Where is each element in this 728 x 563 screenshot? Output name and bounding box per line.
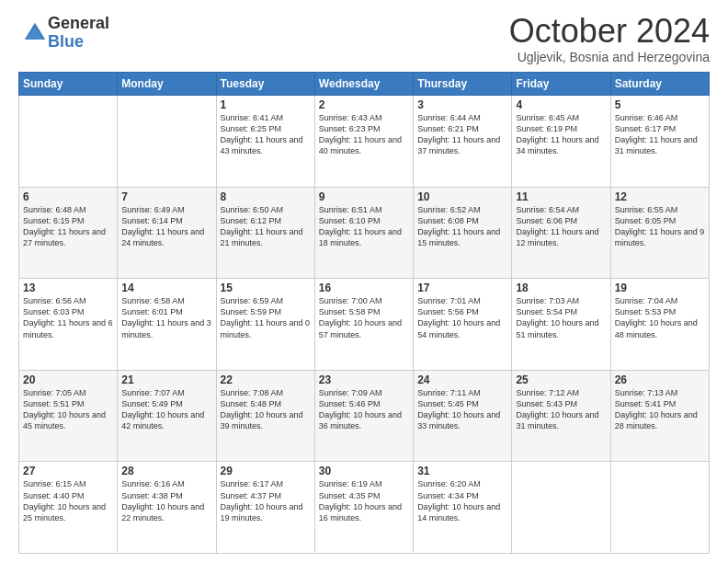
day-number: 26 (615, 373, 705, 386)
calendar-week-row: 1Sunrise: 6:41 AM Sunset: 6:25 PM Daylig… (19, 96, 710, 188)
day-info: Sunrise: 6:59 AM Sunset: 5:59 PM Dayligh… (221, 295, 311, 340)
calendar-cell: 14Sunrise: 6:58 AM Sunset: 6:01 PM Dayli… (118, 279, 216, 371)
calendar-cell: 18Sunrise: 7:03 AM Sunset: 5:54 PM Dayli… (512, 279, 610, 371)
day-info: Sunrise: 6:55 AM Sunset: 6:05 PM Dayligh… (615, 204, 705, 249)
day-info: Sunrise: 7:09 AM Sunset: 5:46 PM Dayligh… (319, 387, 409, 432)
weekday-header: Thursday (414, 73, 512, 96)
calendar-cell: 5Sunrise: 6:46 AM Sunset: 6:17 PM Daylig… (610, 96, 709, 188)
day-info: Sunrise: 7:01 AM Sunset: 5:56 PM Dayligh… (417, 295, 507, 340)
day-number: 12 (615, 190, 705, 203)
calendar-cell: 6Sunrise: 6:48 AM Sunset: 6:15 PM Daylig… (19, 187, 118, 279)
day-info: Sunrise: 6:51 AM Sunset: 6:10 PM Dayligh… (319, 204, 409, 249)
calendar-cell: 22Sunrise: 7:08 AM Sunset: 5:48 PM Dayli… (216, 370, 314, 462)
day-info: Sunrise: 6:56 AM Sunset: 6:03 PM Dayligh… (23, 295, 113, 340)
logo-text: General Blue (48, 15, 109, 52)
day-info: Sunrise: 6:17 AM Sunset: 4:37 PM Dayligh… (221, 478, 311, 523)
calendar-cell: 11Sunrise: 6:54 AM Sunset: 6:06 PM Dayli… (512, 187, 610, 279)
day-number: 11 (516, 190, 606, 203)
calendar-cell: 16Sunrise: 7:00 AM Sunset: 5:58 PM Dayli… (314, 279, 413, 371)
day-info: Sunrise: 7:08 AM Sunset: 5:48 PM Dayligh… (221, 387, 311, 432)
day-number: 20 (23, 373, 113, 386)
day-number: 29 (221, 465, 311, 477)
calendar-week-row: 20Sunrise: 7:05 AM Sunset: 5:51 PM Dayli… (19, 370, 710, 462)
day-number: 8 (221, 190, 311, 203)
calendar-week-row: 6Sunrise: 6:48 AM Sunset: 6:15 PM Daylig… (19, 187, 710, 279)
month-title: October 2024 (509, 15, 710, 48)
day-number: 19 (615, 282, 705, 294)
day-number: 14 (121, 282, 211, 294)
day-number: 17 (417, 282, 507, 294)
header: General Blue October 2024 Ugljevik, Bosn… (18, 15, 710, 64)
calendar-week-row: 13Sunrise: 6:56 AM Sunset: 6:03 PM Dayli… (19, 279, 710, 371)
day-info: Sunrise: 6:41 AM Sunset: 6:25 PM Dayligh… (221, 112, 311, 157)
day-number: 3 (417, 98, 507, 111)
day-info: Sunrise: 6:46 AM Sunset: 6:17 PM Dayligh… (615, 112, 705, 157)
calendar-cell: 17Sunrise: 7:01 AM Sunset: 5:56 PM Dayli… (414, 279, 512, 371)
day-number: 21 (121, 373, 211, 386)
calendar-cell: 25Sunrise: 7:12 AM Sunset: 5:43 PM Dayli… (512, 370, 610, 462)
weekday-header: Tuesday (216, 73, 314, 96)
day-info: Sunrise: 6:45 AM Sunset: 6:19 PM Dayligh… (516, 112, 606, 157)
calendar-week-row: 27Sunrise: 6:15 AM Sunset: 4:40 PM Dayli… (19, 462, 710, 554)
calendar-cell: 29Sunrise: 6:17 AM Sunset: 4:37 PM Dayli… (216, 462, 314, 554)
calendar-cell: 20Sunrise: 7:05 AM Sunset: 5:51 PM Dayli… (19, 370, 118, 462)
day-number: 23 (319, 373, 409, 386)
calendar-cell: 4Sunrise: 6:45 AM Sunset: 6:19 PM Daylig… (512, 96, 610, 188)
day-info: Sunrise: 6:20 AM Sunset: 4:34 PM Dayligh… (417, 478, 507, 523)
logo-icon (22, 20, 48, 46)
location-subtitle: Ugljevik, Bosnia and Herzegovina (509, 50, 710, 64)
weekday-header: Sunday (19, 73, 118, 96)
day-info: Sunrise: 6:43 AM Sunset: 6:23 PM Dayligh… (319, 112, 409, 157)
day-number: 9 (319, 190, 409, 203)
calendar-cell (610, 462, 709, 554)
day-number: 28 (121, 465, 211, 477)
day-number: 5 (615, 98, 705, 111)
calendar-cell: 13Sunrise: 6:56 AM Sunset: 6:03 PM Dayli… (19, 279, 118, 371)
day-info: Sunrise: 7:13 AM Sunset: 5:41 PM Dayligh… (615, 387, 705, 432)
day-info: Sunrise: 7:12 AM Sunset: 5:43 PM Dayligh… (516, 387, 606, 432)
logo-line1: General (48, 15, 109, 33)
calendar-cell: 27Sunrise: 6:15 AM Sunset: 4:40 PM Dayli… (19, 462, 118, 554)
calendar-cell: 30Sunrise: 6:19 AM Sunset: 4:35 PM Dayli… (314, 462, 413, 554)
day-info: Sunrise: 6:58 AM Sunset: 6:01 PM Dayligh… (121, 295, 211, 340)
calendar-table: SundayMondayTuesdayWednesdayThursdayFrid… (18, 72, 710, 554)
day-info: Sunrise: 6:15 AM Sunset: 4:40 PM Dayligh… (23, 478, 113, 523)
calendar-cell: 1Sunrise: 6:41 AM Sunset: 6:25 PM Daylig… (216, 96, 314, 188)
calendar-cell: 23Sunrise: 7:09 AM Sunset: 5:46 PM Dayli… (314, 370, 413, 462)
day-number: 4 (516, 98, 606, 111)
day-number: 15 (221, 282, 311, 294)
calendar-cell: 26Sunrise: 7:13 AM Sunset: 5:41 PM Dayli… (610, 370, 709, 462)
day-info: Sunrise: 6:52 AM Sunset: 6:08 PM Dayligh… (417, 204, 507, 249)
day-number: 13 (23, 282, 113, 294)
day-info: Sunrise: 7:03 AM Sunset: 5:54 PM Dayligh… (516, 295, 606, 340)
weekday-header: Friday (512, 73, 610, 96)
logo: General Blue (18, 15, 109, 52)
calendar-cell: 9Sunrise: 6:51 AM Sunset: 6:10 PM Daylig… (314, 187, 413, 279)
weekday-header: Saturday (610, 73, 709, 96)
day-info: Sunrise: 6:16 AM Sunset: 4:38 PM Dayligh… (121, 478, 211, 523)
calendar-cell: 8Sunrise: 6:50 AM Sunset: 6:12 PM Daylig… (216, 187, 314, 279)
calendar-cell: 28Sunrise: 6:16 AM Sunset: 4:38 PM Dayli… (118, 462, 216, 554)
day-number: 31 (417, 465, 507, 477)
day-info: Sunrise: 7:07 AM Sunset: 5:49 PM Dayligh… (121, 387, 211, 432)
calendar-cell: 19Sunrise: 7:04 AM Sunset: 5:53 PM Dayli… (610, 279, 709, 371)
calendar-cell: 3Sunrise: 6:44 AM Sunset: 6:21 PM Daylig… (414, 96, 512, 188)
day-info: Sunrise: 7:05 AM Sunset: 5:51 PM Dayligh… (23, 387, 113, 432)
day-info: Sunrise: 6:48 AM Sunset: 6:15 PM Dayligh… (23, 204, 113, 249)
day-number: 16 (319, 282, 409, 294)
day-number: 2 (319, 98, 409, 111)
day-info: Sunrise: 7:00 AM Sunset: 5:58 PM Dayligh… (319, 295, 409, 340)
day-number: 22 (221, 373, 311, 386)
day-number: 30 (319, 465, 409, 477)
day-info: Sunrise: 7:04 AM Sunset: 5:53 PM Dayligh… (615, 295, 705, 340)
calendar-cell (19, 96, 118, 188)
day-number: 6 (23, 190, 113, 203)
calendar-cell: 7Sunrise: 6:49 AM Sunset: 6:14 PM Daylig… (118, 187, 216, 279)
calendar-cell: 15Sunrise: 6:59 AM Sunset: 5:59 PM Dayli… (216, 279, 314, 371)
day-number: 7 (121, 190, 211, 203)
weekday-header-row: SundayMondayTuesdayWednesdayThursdayFrid… (19, 73, 710, 96)
calendar-cell: 12Sunrise: 6:55 AM Sunset: 6:05 PM Dayli… (610, 187, 709, 279)
day-info: Sunrise: 6:54 AM Sunset: 6:06 PM Dayligh… (516, 204, 606, 249)
calendar-cell (512, 462, 610, 554)
day-number: 10 (417, 190, 507, 203)
